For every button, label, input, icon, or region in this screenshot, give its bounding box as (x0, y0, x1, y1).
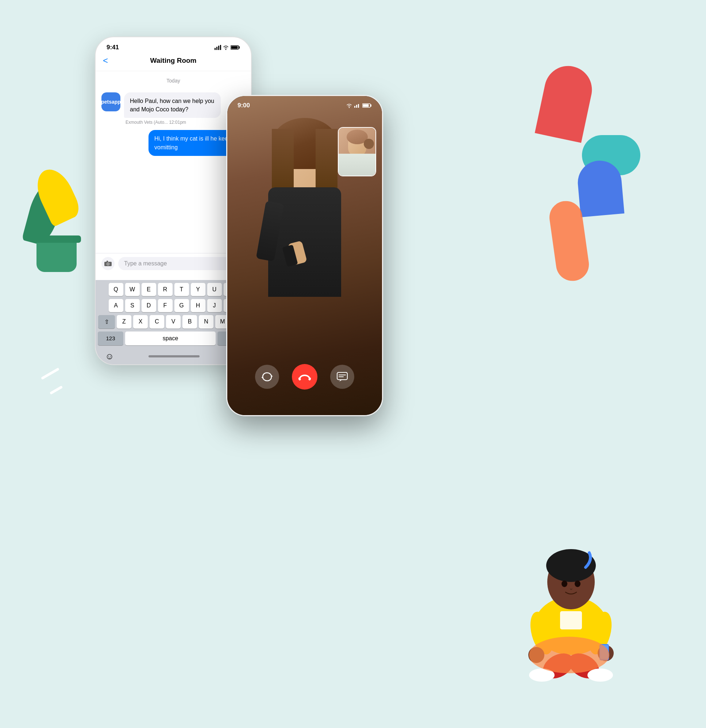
svg-rect-6 (231, 46, 238, 49)
key-w[interactable]: W (125, 283, 140, 296)
svg-rect-12 (356, 105, 357, 108)
vet-bubble-bg: Hello Paul, how can we help you and Mojo… (124, 92, 221, 118)
camera-button[interactable] (101, 257, 115, 270)
key-b[interactable]: B (182, 315, 197, 329)
battery-icon (231, 45, 240, 50)
status-icons (215, 45, 240, 50)
video-wifi-icon (346, 103, 352, 108)
video-chat-button[interactable] (330, 365, 354, 389)
key-j[interactable]: J (207, 299, 222, 312)
person-illustration (502, 509, 640, 692)
wifi-icon (223, 45, 229, 50)
key-space[interactable]: space (125, 332, 216, 345)
end-call-button[interactable] (292, 364, 317, 390)
key-c[interactable]: C (150, 315, 164, 329)
chat-date: Today (96, 71, 251, 90)
end-call-icon (298, 373, 311, 380)
pet-on-shoulder (364, 139, 374, 149)
key-d[interactable]: D (141, 299, 156, 312)
key-v[interactable]: V (166, 315, 181, 329)
key-shift[interactable]: ⇧ (98, 315, 115, 329)
svg-rect-13 (358, 104, 359, 108)
svg-rect-0 (215, 48, 216, 50)
video-status-icons (346, 103, 372, 108)
key-g[interactable]: G (174, 299, 189, 312)
key-n[interactable]: N (199, 315, 213, 329)
home-indicator (148, 355, 200, 357)
svg-point-40 (529, 637, 609, 673)
svg-point-9 (107, 263, 109, 265)
signal-icon (215, 45, 221, 50)
camera-icon (104, 261, 112, 267)
svg-point-39 (588, 669, 613, 682)
svg-rect-5 (239, 46, 240, 49)
key-z[interactable]: Z (117, 315, 131, 329)
person-svg (502, 509, 640, 692)
key-f[interactable]: F (158, 299, 173, 312)
svg-rect-15 (370, 104, 372, 107)
svg-rect-21 (337, 373, 347, 380)
key-q[interactable]: Q (109, 283, 123, 296)
svg-rect-10 (107, 261, 108, 262)
emoji-button[interactable]: ☺ (105, 351, 114, 361)
vet-message-text: Hello Paul, how can we help you and Mojo… (130, 97, 215, 114)
key-s[interactable]: S (125, 299, 140, 312)
key-e[interactable]: E (141, 283, 156, 296)
back-button[interactable]: < (103, 55, 108, 66)
vet-avatar: pets app (101, 92, 120, 111)
key-y[interactable]: Y (191, 283, 205, 296)
vet-meta: Exmouth Vets (Auto... 12:01pm (124, 120, 221, 125)
key-numbers[interactable]: 123 (98, 332, 123, 345)
key-h[interactable]: H (191, 299, 205, 312)
svg-rect-1 (216, 47, 218, 50)
status-time: 9:41 (107, 44, 119, 51)
self-body (339, 154, 375, 176)
svg-rect-29 (560, 611, 582, 630)
flip-camera-button[interactable] (255, 365, 279, 389)
svg-rect-11 (354, 106, 355, 108)
key-t[interactable]: T (174, 283, 189, 296)
svg-rect-2 (218, 46, 219, 50)
svg-rect-3 (220, 45, 221, 50)
video-status-bar: 9:00 (227, 96, 382, 112)
key-r[interactable]: R (158, 283, 173, 296)
phone-video: 9:00 (226, 95, 383, 416)
chat-title: Waiting Room (114, 56, 233, 65)
video-controls (227, 364, 382, 390)
chat-header: < Waiting Room (96, 53, 251, 71)
video-time: 9:00 (238, 102, 250, 109)
person-hair-right (316, 129, 337, 195)
key-x[interactable]: X (133, 315, 148, 329)
chat-icon (337, 372, 348, 381)
flip-camera-icon (261, 372, 273, 382)
svg-point-27 (562, 581, 567, 587)
key-u[interactable]: U (207, 283, 222, 296)
self-view (338, 127, 376, 176)
video-battery-icon (362, 103, 372, 108)
svg-point-28 (575, 581, 581, 587)
person-hair-left (272, 129, 294, 195)
svg-rect-16 (363, 104, 369, 107)
video-signal-icon (354, 103, 360, 108)
vet-bubble: Hello Paul, how can we help you and Mojo… (124, 92, 221, 125)
chat-status-bar: 9:41 (96, 37, 251, 53)
key-a[interactable]: A (109, 299, 123, 312)
